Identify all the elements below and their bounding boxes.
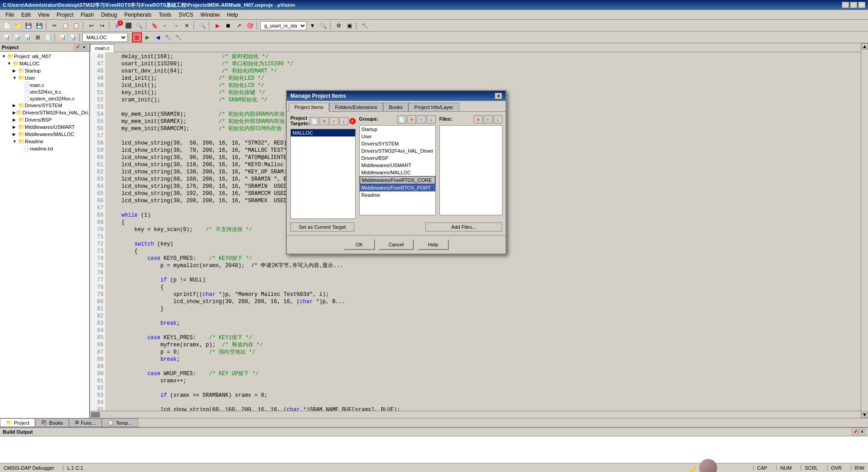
group-item-4[interactable]: Drivers/BSP	[360, 154, 435, 162]
groups-toolbar: 📄 ✕ ↑ ↓	[397, 115, 436, 123]
dialog-action-row: Set as Current Target Add Files...	[290, 222, 502, 231]
targets-header: Project Targets: 📄 ✕ ↑ ↓ 2	[290, 115, 356, 127]
add-files-btn[interactable]: Add Files...	[425, 222, 502, 231]
dialog-tab-project-items[interactable]: Project Items	[289, 103, 329, 112]
targets-add-btn[interactable]: 📄	[310, 117, 319, 125]
ok-button[interactable]: OK	[344, 239, 375, 250]
groups-add-btn[interactable]: 📄	[397, 115, 406, 123]
group-item-7[interactable]: Middlewares/FreeRTOS_CORE	[360, 176, 435, 184]
group-item-3[interactable]: Drivers/STM32F4xx_HAL_Driver	[360, 147, 435, 154]
dialog-tab-project-info[interactable]: Project Info/Layer	[408, 103, 459, 111]
targets-up-btn[interactable]: ↑	[330, 117, 339, 125]
groups-delete-btn[interactable]: ✕	[407, 115, 416, 123]
group-item-8[interactable]: Middlewares/FreeRTOS_PORT	[360, 184, 435, 191]
files-up-btn[interactable]: ↑	[484, 115, 493, 123]
group-item-9[interactable]: Readme	[360, 191, 435, 199]
groups-listbox[interactable]: StartupUserDrivers/SYSTEMDrivers/STM32F4…	[359, 125, 436, 215]
groups-down-btn[interactable]: ↓	[427, 115, 436, 123]
targets-toolbar: 📄 ✕ ↑ ↓ 2	[310, 117, 356, 125]
group-item-6[interactable]: Middlewares/MALLOC	[360, 169, 435, 176]
set-current-target-btn[interactable]: Set as Current Target	[290, 222, 354, 231]
dialog-body: Project Targets: 📄 ✕ ↑ ↓ 2 MALLOC	[287, 112, 506, 235]
groups-section: Groups: 📄 ✕ ↑ ↓ StartupUserDrivers/SYSTE…	[359, 115, 436, 219]
files-section: Files: ✕ ↑ ↓	[439, 115, 502, 219]
help-button[interactable]: Help	[417, 239, 449, 250]
group-item-5[interactable]: Middlewares/USMART	[360, 162, 435, 169]
files-label: Files:	[439, 116, 452, 122]
files-toolbar: ✕ ↑ ↓	[474, 115, 502, 123]
cancel-button[interactable]: Cancel	[379, 239, 414, 250]
groups-up-btn[interactable]: ↑	[417, 115, 426, 123]
files-action-spacer: Add Files...	[425, 222, 502, 231]
targets-down-btn[interactable]: ↓	[339, 117, 348, 125]
dialog-lists-row: Project Targets: 📄 ✕ ↑ ↓ 2 MALLOC	[290, 115, 502, 219]
dialog-tab-folders[interactable]: Folders/Extensions	[329, 103, 383, 111]
group-item-1[interactable]: User	[360, 133, 435, 140]
group-item-0[interactable]: Startup	[360, 126, 435, 133]
target-malloc-item[interactable]: MALLOC	[291, 129, 355, 136]
groups-action-spacer	[358, 222, 422, 231]
targets-delete-btn[interactable]: ✕	[320, 117, 329, 125]
files-listbox[interactable]	[439, 125, 502, 215]
dialog-title-text: Manage Project Items	[290, 93, 346, 99]
group-item-2[interactable]: Drivers/SYSTEM	[360, 140, 435, 147]
groups-header: Groups: 📄 ✕ ↑ ↓	[359, 115, 436, 123]
dialog-title-bar: Manage Project Items ✕	[287, 91, 506, 101]
files-delete-btn[interactable]: ✕	[474, 115, 483, 123]
groups-label: Groups:	[359, 116, 379, 122]
project-targets-section: Project Targets: 📄 ✕ ↑ ↓ 2 MALLOC	[290, 115, 356, 219]
dialog-close-btn[interactable]: ✕	[495, 93, 502, 99]
targets-listbox[interactable]: MALLOC	[290, 129, 356, 219]
targets-label: Project Targets:	[290, 115, 310, 126]
dialog-tab-bar: Project Items Folders/Extensions Books P…	[287, 101, 506, 112]
files-header: Files: ✕ ↑ ↓	[439, 115, 502, 123]
targets-action-spacer: Set as Current Target	[290, 222, 354, 231]
manage-project-dialog: Manage Project Items ✕ Project Items Fol…	[286, 90, 506, 254]
targets-badge: 2	[349, 118, 356, 124]
dialog-footer: OK Cancel Help	[287, 235, 506, 254]
modal-overlay: Manage Project Items ✕ Project Items Fol…	[0, 0, 868, 472]
files-down-btn[interactable]: ↓	[493, 115, 502, 123]
dialog-tab-books[interactable]: Books	[383, 103, 409, 111]
